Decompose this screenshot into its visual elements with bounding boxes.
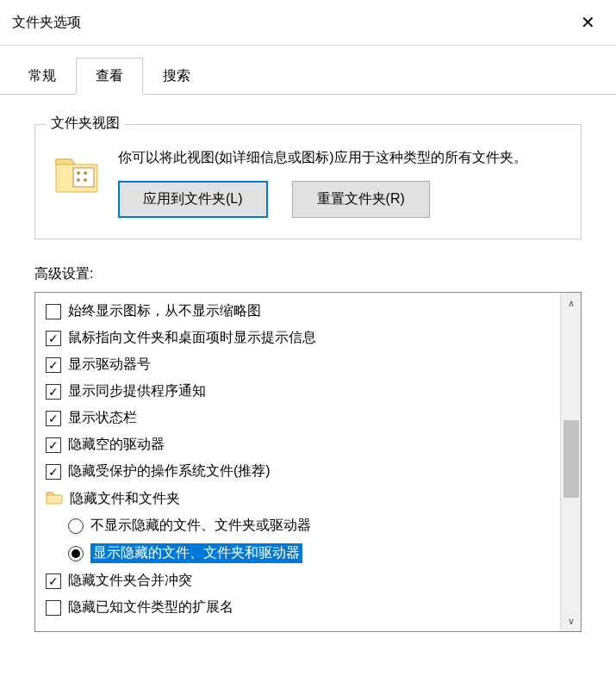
checkbox[interactable] <box>46 304 61 319</box>
list-item[interactable]: ✓鼠标指向文件夹和桌面项时显示提示信息 <box>37 325 558 351</box>
advanced-settings-label: 高级设置: <box>34 265 582 283</box>
tab-panel-view: 文件夹视图 你可以将此视图(如详细信息或图标)应用于这种类型的所有文件夹。 应用… <box>0 94 616 632</box>
list-item[interactable]: ✓显示同步提供程序通知 <box>37 378 558 405</box>
list-item-label: 显示驱动器号 <box>68 356 151 374</box>
list-item-label: 隐藏文件夹合并冲突 <box>68 572 192 590</box>
list-item-label: 隐藏受保护的操作系统文件(推荐) <box>68 462 271 480</box>
folder-icon-wrap <box>46 489 63 508</box>
list-item[interactable]: 显示隐藏的文件、文件夹和驱动器 <box>37 539 558 567</box>
button-label: 应用到文件夹(L) <box>143 191 243 206</box>
list-item[interactable]: ✓显示状态栏 <box>37 405 558 431</box>
radio[interactable] <box>68 518 84 534</box>
tab-view[interactable]: 查看 <box>76 58 143 95</box>
tab-label: 搜索 <box>163 68 190 83</box>
list-item[interactable]: 不显示隐藏的文件、文件夹或驱动器 <box>37 512 558 539</box>
scrollbar-track[interactable] <box>561 313 581 611</box>
list-item[interactable]: 始终显示图标，从不显示缩略图 <box>37 298 558 325</box>
folder-icon <box>46 489 63 505</box>
reset-folders-button[interactable]: 重置文件夹(R) <box>292 181 430 218</box>
folder-icon <box>53 149 101 197</box>
button-label: 重置文件夹(R) <box>317 191 405 206</box>
tab-label: 常规 <box>28 68 56 83</box>
list-item-label: 隐藏已知文件类型的扩展名 <box>68 598 233 617</box>
chevron-down-icon: ∨ <box>568 616 575 627</box>
scroll-up-button[interactable]: ∧ <box>561 293 581 313</box>
list-item[interactable]: 隐藏文件和文件夹 <box>37 485 558 512</box>
scrollbar[interactable]: ∧ ∨ <box>560 293 581 631</box>
svg-point-2 <box>84 171 87 175</box>
folder-view-group: 文件夹视图 你可以将此视图(如详细信息或图标)应用于这种类型的所有文件夹。 应用… <box>34 124 582 239</box>
checkbox[interactable]: ✓ <box>46 411 61 426</box>
list-item-label: 显示同步提供程序通知 <box>68 382 206 400</box>
list-item[interactable]: 隐藏已知文件类型的扩展名 <box>37 594 558 621</box>
list-item[interactable]: ✓隐藏受保护的操作系统文件(推荐) <box>37 458 558 485</box>
checkbox[interactable]: ✓ <box>46 574 61 589</box>
list-item[interactable]: ✓隐藏空的驱动器 <box>37 431 558 458</box>
radio[interactable] <box>68 546 84 561</box>
close-icon: ✕ <box>581 13 595 32</box>
tab-search[interactable]: 搜索 <box>143 58 210 95</box>
list-item-label: 隐藏文件和文件夹 <box>70 490 180 508</box>
svg-rect-0 <box>73 168 94 187</box>
list-item-label: 始终显示图标，从不显示缩略图 <box>68 302 261 320</box>
list-item[interactable]: ✓隐藏文件夹合并冲突 <box>37 567 558 594</box>
checkbox[interactable]: ✓ <box>46 357 61 373</box>
list-item-label: 显示隐藏的文件、文件夹和驱动器 <box>90 543 302 563</box>
checkbox[interactable] <box>46 600 61 616</box>
list-item-label: 不显示隐藏的文件、文件夹或驱动器 <box>90 517 311 535</box>
list-item-label: 显示状态栏 <box>68 409 137 427</box>
svg-point-3 <box>77 178 80 182</box>
close-button[interactable]: ✕ <box>572 9 604 36</box>
scrollbar-thumb[interactable] <box>563 420 579 498</box>
list-item[interactable]: ✓显示驱动器号 <box>37 351 558 378</box>
tab-label: 查看 <box>96 68 123 83</box>
checkbox[interactable]: ✓ <box>46 464 61 480</box>
folder-view-description: 你可以将此视图(如详细信息或图标)应用于这种类型的所有文件夹。 <box>118 146 563 169</box>
chevron-up-icon: ∧ <box>568 298 575 309</box>
list-item-label: 鼠标指向文件夹和桌面项时显示提示信息 <box>68 329 316 347</box>
advanced-settings-listbox: 始终显示图标，从不显示缩略图✓鼠标指向文件夹和桌面项时显示提示信息✓显示驱动器号… <box>34 292 582 632</box>
scroll-down-button[interactable]: ∨ <box>561 611 581 631</box>
svg-point-4 <box>84 178 87 182</box>
list-item-label: 隐藏空的驱动器 <box>68 436 165 454</box>
checkbox[interactable]: ✓ <box>46 331 61 346</box>
groupbox-title: 文件夹视图 <box>46 115 125 133</box>
apply-to-folders-button[interactable]: 应用到文件夹(L) <box>118 181 268 218</box>
svg-point-1 <box>77 171 80 175</box>
window-title: 文件夹选项 <box>12 14 81 32</box>
tab-general[interactable]: 常规 <box>9 58 76 95</box>
checkbox[interactable]: ✓ <box>46 437 61 453</box>
title-bar: 文件夹选项 ✕ <box>0 0 616 46</box>
checkbox[interactable]: ✓ <box>46 384 61 400</box>
tab-bar: 常规 查看 搜索 <box>0 46 616 95</box>
advanced-settings-list[interactable]: 始终显示图标，从不显示缩略图✓鼠标指向文件夹和桌面项时显示提示信息✓显示驱动器号… <box>35 293 560 631</box>
